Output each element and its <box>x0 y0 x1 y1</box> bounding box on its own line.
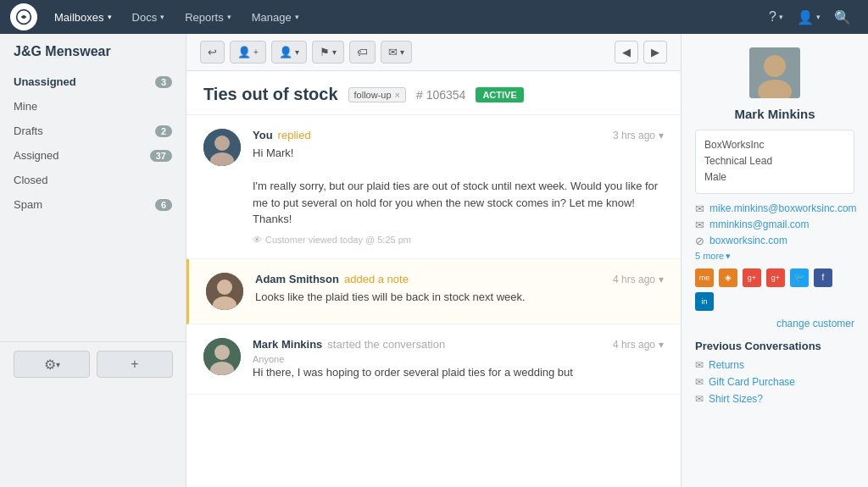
conversation-number: # 106354 <box>416 88 465 102</box>
prev-conv-giftcard[interactable]: ✉ Gift Card Purchase <box>695 376 854 388</box>
remove-tag-button[interactable]: × <box>395 90 400 100</box>
status-caret-icon: ▾ <box>400 47 404 57</box>
message-3-body: Mark Minkins started the conversation 4 … <box>253 338 664 381</box>
message-2-caret-icon[interactable]: ▾ <box>659 274 664 285</box>
tag-button[interactable]: 🏷 <box>349 41 376 64</box>
prev-conv-returns[interactable]: ✉ Returns <box>695 359 854 371</box>
mailbox-title: J&G Menswear <box>0 44 186 69</box>
message-1-author: You <box>253 129 273 141</box>
sidebar-item-spam[interactable]: Spam 6 <box>0 192 186 217</box>
manage-caret-icon: ▾ <box>295 13 299 21</box>
customer-email1[interactable]: mike.minkins@boxworksinc.com <box>709 202 857 214</box>
app-body: J&G Menswear Unassigned 3 Mine Drafts 2 … <box>0 34 868 487</box>
social-facebook-icon[interactable]: f <box>814 268 832 287</box>
sidebar-settings-button[interactable]: ⚙ ▾ <box>14 351 90 378</box>
social-stack-icon[interactable]: ◈ <box>719 268 737 287</box>
social-me-icon[interactable]: me <box>695 268 714 287</box>
message-3-text: Hi there, I was hoping to order several … <box>253 364 664 381</box>
user-caret-icon: ▾ <box>816 13 821 21</box>
svg-point-2 <box>214 136 230 151</box>
sidebar-item-closed[interactable]: Closed <box>0 168 186 192</box>
customer-info-box: BoxWorksInc Technical Lead Male <box>695 130 854 194</box>
message-2-meta: Adam Smithson added a note 4 hrs ago ▾ <box>255 273 664 285</box>
help-caret-icon: ▾ <box>779 13 783 21</box>
main-content: ↩ 👤 + 👤 ▾ ⚑ ▾ 🏷 ✉ ▾ ◀ <box>186 34 682 487</box>
help-button[interactable]: ?▾ <box>762 0 790 34</box>
prev-conversation-button[interactable]: ◀ <box>615 41 638 64</box>
reply-button[interactable]: ↩ <box>200 41 225 64</box>
avatar-mark <box>203 338 241 375</box>
email2-icon: ✉ <box>695 219 704 231</box>
prev-conv-shirtsizes[interactable]: ✉ Shirt Sizes? <box>695 393 854 405</box>
sidebar-item-drafts[interactable]: Drafts 2 <box>0 119 186 143</box>
globe-icon: ⊘ <box>695 235 704 247</box>
customer-email1-row: ✉ mike.minkins@boxworksinc.com <box>695 202 854 215</box>
social-linkedin-icon[interactable]: in <box>695 292 714 311</box>
avatar-adam <box>206 273 243 310</box>
customer-website[interactable]: boxworksinc.com <box>709 235 787 246</box>
right-panel: Mark Minkins BoxWorksInc Technical Lead … <box>682 34 868 487</box>
social-gplus-icon[interactable]: g+ <box>743 268 761 287</box>
assign-button[interactable]: 👤 + <box>230 41 266 64</box>
nav-mailboxes[interactable]: Mailboxes ▾ <box>44 0 122 34</box>
social-gplus2-icon[interactable]: g+ <box>766 268 785 287</box>
message-3-caret-icon[interactable]: ▾ <box>659 339 664 351</box>
message-3-action: started the conversation <box>327 338 445 351</box>
settings-caret-icon: ▾ <box>56 360 60 369</box>
nav-reports[interactable]: Reports ▾ <box>175 0 242 34</box>
svg-point-8 <box>214 345 230 360</box>
assignee-dropdown-button[interactable]: 👤 ▾ <box>271 41 307 64</box>
message-1-body: You replied 3 hrs ago ▾ Hi Mark! I'm rea… <box>253 129 664 245</box>
conv-email-icon-1: ✉ <box>695 359 704 371</box>
search-button[interactable]: 🔍 <box>827 0 858 34</box>
user-icon: 👤 <box>279 46 292 58</box>
change-customer-link[interactable]: change customer <box>695 318 854 329</box>
gear-icon: ⚙ <box>44 357 56 373</box>
nav-docs[interactable]: Docs ▾ <box>122 0 175 34</box>
message-3-meta: Mark Minkins started the conversation 4 … <box>253 338 664 351</box>
email-icon: ✉ <box>388 46 398 58</box>
social-icons-group: me ◈ g+ g+ 🐦 f in <box>695 268 854 311</box>
sidebar: J&G Menswear Unassigned 3 Mine Drafts 2 … <box>0 34 186 487</box>
eye-icon: 👁 <box>253 235 262 245</box>
message-3: Mark Minkins started the conversation 4 … <box>186 324 681 396</box>
customer-website-row: ⊘ boxworksinc.com <box>695 235 854 247</box>
sidebar-add-button[interactable]: + <box>97 351 173 378</box>
docs-caret-icon: ▾ <box>160 13 164 21</box>
status-button[interactable]: ✉ ▾ <box>381 41 412 64</box>
message-1-action: replied <box>278 129 311 141</box>
customer-avatar <box>749 47 800 98</box>
conv-email-icon-2: ✉ <box>695 376 704 388</box>
message-3-author: Mark Minkins <box>253 338 322 351</box>
reply-icon: ↩ <box>208 46 217 58</box>
message-2-action: added a note <box>344 273 409 285</box>
nav-manage[interactable]: Manage ▾ <box>242 0 309 34</box>
conversation-header: Ties out of stock follow-up × # 106354 A… <box>186 71 681 115</box>
toolbar: ↩ 👤 + 👤 ▾ ⚑ ▾ 🏷 ✉ ▾ ◀ <box>186 34 681 71</box>
conversation-status: ACTIVE <box>476 87 523 102</box>
sidebar-item-unassigned[interactable]: Unassigned 3 <box>0 69 186 94</box>
svg-point-11 <box>764 55 786 77</box>
flag-button[interactable]: ⚑ ▾ <box>312 41 344 64</box>
logo <box>10 3 37 30</box>
social-twitter-icon[interactable]: 🐦 <box>790 268 809 287</box>
message-1-caret-icon[interactable]: ▾ <box>659 130 664 141</box>
message-2-author: Adam Smithson <box>255 273 339 285</box>
message-2-body: Adam Smithson added a note 4 hrs ago ▾ L… <box>255 273 664 310</box>
message-2-time: 4 hrs ago ▾ <box>613 274 664 285</box>
user-button[interactable]: 👤▾ <box>790 0 827 34</box>
top-nav: Mailboxes ▾ Docs ▾ Reports ▾ Manage ▾ ?▾… <box>0 0 868 34</box>
customer-email2[interactable]: mminkins@gmail.com <box>709 219 810 230</box>
prev-icon: ◀ <box>622 46 631 58</box>
reports-caret-icon: ▾ <box>227 13 231 21</box>
mailboxes-caret-icon: ▾ <box>108 13 112 21</box>
next-conversation-button[interactable]: ▶ <box>643 41 667 64</box>
more-contact-link[interactable]: 5 more ▾ <box>695 251 854 262</box>
message-1-text: Hi Mark! I'm really sorry, but our plaid… <box>253 145 664 228</box>
sidebar-item-assigned[interactable]: Assigned 37 <box>0 143 186 168</box>
sidebar-item-mine[interactable]: Mine <box>0 94 186 119</box>
sidebar-bottom-actions: ⚙ ▾ + <box>0 341 186 386</box>
next-icon: ▶ <box>651 46 659 58</box>
assign-person-icon: 👤 <box>237 46 251 58</box>
more-caret-icon: ▾ <box>726 251 731 262</box>
